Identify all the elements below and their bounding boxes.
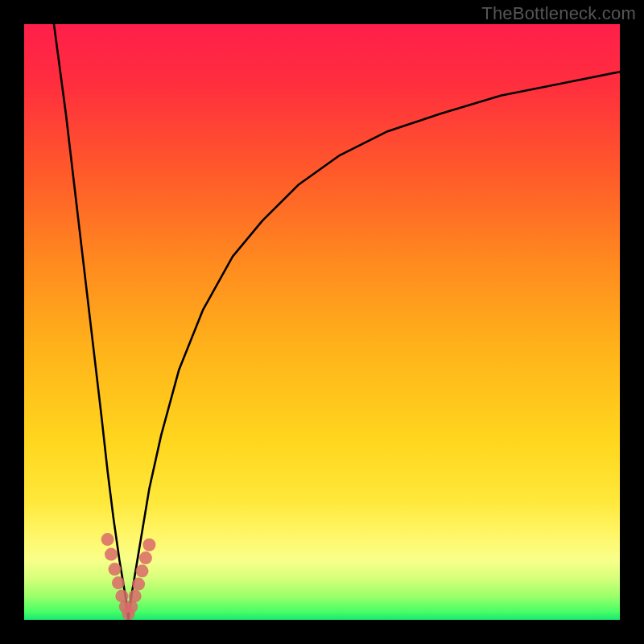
- chart-frame: TheBottleneck.com: [0, 0, 644, 644]
- watermark-text: TheBottleneck.com: [481, 3, 636, 24]
- bottleneck-curve: [54, 24, 620, 620]
- marker-dot: [101, 533, 114, 546]
- marker-dot: [129, 589, 142, 602]
- curve-layer: [24, 24, 620, 620]
- marker-dot: [112, 576, 125, 589]
- marker-dot: [108, 563, 121, 576]
- marker-dot: [139, 551, 152, 564]
- marker-dot: [105, 548, 118, 561]
- marker-dot: [136, 564, 149, 577]
- near-minimum-markers: [101, 533, 156, 620]
- marker-dot: [132, 578, 145, 591]
- marker-dot: [142, 539, 155, 551]
- plot-area: [24, 24, 620, 620]
